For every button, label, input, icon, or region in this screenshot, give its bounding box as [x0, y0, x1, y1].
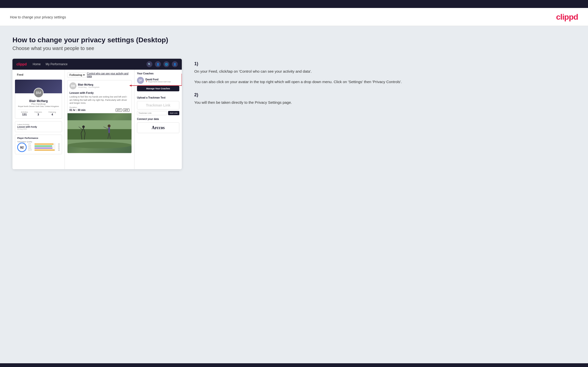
nav-item-performance[interactable]: My Performance	[46, 62, 67, 66]
svg-point-4	[82, 125, 85, 128]
tpq-bars: OTT 90 APP 85 ARG 86 PUTT	[28, 143, 60, 151]
trackman-input[interactable]	[137, 111, 167, 115]
tpq-bar-value: 90	[56, 143, 60, 145]
app-nav-icons: 🔍 👤 🌐 👤	[146, 61, 178, 67]
site-footer: Copyright Clippd 2022	[0, 363, 588, 367]
site-header: How to change your privacy settings clip…	[0, 8, 588, 26]
avatar-icon[interactable]: 👤	[172, 61, 178, 67]
following-button[interactable]: Following ▾	[67, 72, 87, 78]
following-bar: Following ▾ Control who can see your act…	[67, 72, 132, 78]
stat-followers-label: Followers	[35, 111, 42, 113]
post-user-name: Blair McHarg	[78, 83, 99, 86]
post-title: Lesson with Fordy	[67, 91, 131, 95]
top-bar	[0, 0, 588, 8]
trackman-placeholder: Trackman Link	[139, 103, 177, 107]
control-privacy-link[interactable]: Control who can see your activity and da…	[87, 72, 132, 78]
stat-followers-value: 3	[35, 113, 42, 116]
breadcrumb: How to change your privacy settings	[10, 15, 66, 19]
tpq-circle: 92	[17, 143, 27, 152]
profile-club: Royal North Devon Golf Club, United King…	[18, 105, 59, 107]
step1-extra: You can also click on your avatar in the…	[194, 79, 576, 85]
trackman-section: Upload a Trackman Test Trackman Link Add…	[137, 96, 179, 115]
profile-handicap: Plus Handicap	[18, 103, 59, 105]
arccos-label: Arccos	[140, 125, 177, 130]
profile-card: BM Blair McHarg Plus Handicap Royal Nort…	[15, 80, 62, 119]
coach-avatar: DF	[137, 77, 144, 84]
post-image	[67, 113, 131, 153]
post-description: Looking to feel like my hands are exitin…	[67, 95, 131, 106]
tpq-bar-value: 96	[56, 149, 60, 151]
manage-coaches-button[interactable]: Manage Your Coaches	[137, 86, 179, 91]
app-feed: Following ▾ Control who can see your act…	[65, 70, 134, 169]
tpq-bar-row: ARG 86	[28, 147, 60, 149]
user-icon[interactable]: 👤	[155, 61, 161, 67]
tag-ott: OTT	[116, 108, 122, 112]
avatar: BM	[34, 88, 44, 98]
tpq-bar-label: APP	[28, 145, 34, 147]
app-sidebar: Feed BM Blair McHarg Plus Handicap Royal…	[12, 70, 65, 169]
profile-banner: BM	[15, 80, 62, 93]
step2-text: You will then be taken directly to the P…	[194, 100, 576, 105]
app-nav: clippd Home My Performance 🔍 👤 🌐 👤	[12, 59, 182, 70]
search-icon[interactable]: 🔍	[146, 61, 152, 67]
profile-stats: Activities 131 Followers 3 Following 4	[18, 109, 59, 116]
post-meta: Yesterday · Sunningdale	[78, 86, 99, 88]
step2-number: 2)	[194, 92, 576, 98]
step1-number: 1)	[194, 61, 576, 66]
stat-activities: Activities 131	[21, 111, 28, 116]
svg-rect-11	[108, 127, 110, 133]
location-icon: 📍	[145, 81, 148, 83]
app-body: Feed BM Blair McHarg Plus Handicap Royal…	[12, 70, 182, 169]
post-card: BM Blair McHarg Yesterday · Sunningdale …	[67, 80, 132, 153]
feed-tab[interactable]: Feed	[15, 72, 62, 77]
player-performance-card: Player Performance Total Player Quality …	[15, 135, 62, 154]
tpq-label: Total Player Quality	[17, 141, 60, 143]
connect-section-title: Connect your data	[137, 118, 179, 120]
trackman-section-title: Upload a Trackman Test	[137, 96, 179, 99]
add-link-button[interactable]: Add Link	[168, 111, 179, 115]
tpq-bar-row: PUTT 96	[28, 149, 60, 151]
tpq-row: 92 OTT 90 APP 85 ARG	[17, 143, 60, 152]
stat-following-label: Following	[49, 111, 56, 113]
golf-image-svg	[67, 113, 131, 153]
post-user-avatar: BM	[69, 82, 76, 89]
post-user-info: Blair McHarg Yesterday · Sunningdale	[78, 83, 99, 88]
post-header: BM Blair McHarg Yesterday · Sunningdale	[67, 80, 131, 91]
tpq-bar-row: APP 85	[28, 145, 60, 147]
post-duration: Duration 01 hr : 30 min OTT APP	[67, 106, 131, 113]
step1-text: On your Feed, click/tap on 'Control who …	[194, 68, 576, 74]
svg-point-10	[108, 124, 111, 127]
arccos-box: Arccos	[137, 122, 179, 133]
page-title: How to change your privacy settings (Des…	[12, 36, 576, 44]
trackman-input-row: Add Link	[137, 111, 179, 115]
coach-row: DF David Ford 📍 Royal North Devon Golf C…	[137, 77, 179, 84]
tpq-bar-track	[34, 150, 56, 151]
svg-point-1	[67, 142, 131, 148]
player-performance-title: Player Performance	[17, 137, 60, 139]
trackman-box: Trackman Link	[137, 101, 179, 109]
latest-activity-label: Latest Activity	[17, 123, 60, 126]
coach-info: David Ford 📍 Royal North Devon Golf Club	[145, 78, 171, 83]
tpq-bar-track	[34, 146, 56, 147]
app-nav-items: Home My Performance	[33, 62, 146, 66]
app-nav-logo: clippd	[16, 62, 27, 66]
chevron-down-icon: ▾	[83, 73, 85, 77]
page-heading: How to change your privacy settings (Des…	[12, 36, 576, 51]
page-content: How to change your privacy settings (Des…	[0, 26, 588, 363]
coach-name: David Ford	[145, 78, 171, 81]
tag-app: APP	[123, 108, 130, 112]
stat-following-value: 4	[49, 113, 56, 116]
coaches-section-title: Your Coaches	[137, 72, 179, 75]
step-1: 1) On your Feed, click/tap on 'Control w…	[194, 61, 576, 85]
tpq-bar-fill	[34, 144, 54, 145]
globe-icon[interactable]: 🌐	[163, 61, 169, 67]
tpq-bar-track	[34, 144, 56, 145]
nav-item-home[interactable]: Home	[33, 62, 41, 66]
tpq-bar-label: OTT	[28, 143, 34, 145]
tpq-bar-track	[34, 148, 56, 149]
duration-label: Duration	[69, 106, 130, 108]
stat-activities-value: 131	[21, 113, 28, 116]
coaches-section: Your Coaches DF David Ford 📍 Royal North…	[137, 72, 179, 94]
connect-section: Connect your data Arccos	[137, 118, 179, 133]
tpq-bar-fill	[34, 150, 55, 151]
